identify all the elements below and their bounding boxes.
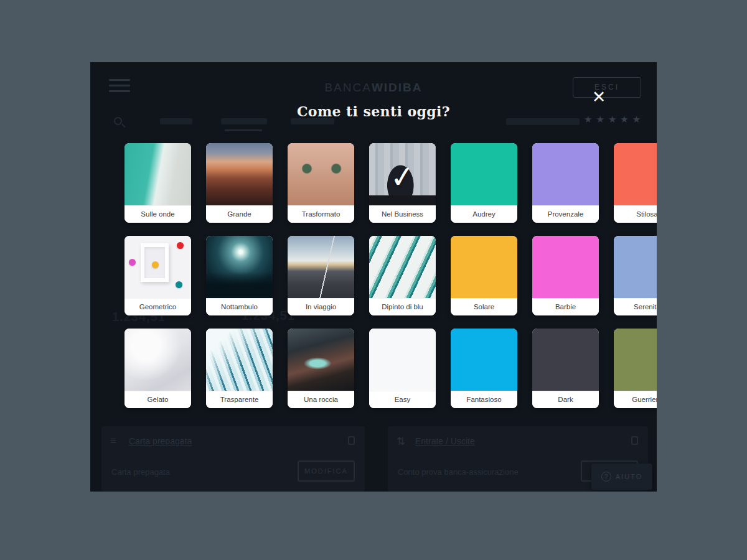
theme-card-provenzale[interactable]: Provenzale	[532, 143, 599, 223]
theme-label: Guerriero	[614, 391, 657, 408]
panel-title: Carta prepagata	[129, 436, 192, 446]
theme-preview-image	[369, 236, 436, 298]
theme-preview-color	[614, 236, 657, 298]
theme-card-serenita[interactable]: Serenità	[614, 236, 657, 315]
theme-label: Dipinto di blu	[369, 298, 436, 315]
panel-row-label: Carta prepagata	[111, 467, 170, 477]
theme-label: In viaggio	[288, 298, 354, 315]
bank-logo: BANCAWIDIBA	[90, 81, 657, 95]
modify-button: MODIFICA	[298, 460, 355, 482]
theme-label: Nel Business	[369, 205, 436, 223]
prepaid-card-panel: ≡ Carta prepagata Carta prepagata MODIFI…	[101, 426, 365, 492]
theme-label: Una roccia	[288, 391, 354, 408]
theme-label: Barbie	[532, 298, 599, 315]
theme-preview-image	[206, 236, 273, 298]
theme-preview-image	[288, 329, 354, 391]
theme-label: Trasformato	[288, 205, 354, 223]
theme-label: Sulle onde	[125, 205, 191, 223]
theme-card-trasformato[interactable]: Trasformato	[288, 143, 354, 223]
sort-arrows-icon: ⇅	[397, 435, 405, 448]
theme-preview-color	[451, 236, 517, 298]
theme-card-nel-business[interactable]: ✓ Nel Business	[369, 143, 436, 223]
theme-label: Gelato	[125, 391, 191, 408]
bank-logo-left: BANCA	[324, 81, 371, 94]
theme-card-sulle-onde[interactable]: Sulle onde	[125, 143, 191, 223]
theme-card-in-viaggio[interactable]: In viaggio	[288, 236, 354, 315]
theme-label: Easy	[369, 391, 436, 408]
panel-title: Entrate / Uscite	[415, 436, 475, 446]
yellow-dot	[152, 261, 159, 268]
theme-label: Provenzale	[532, 205, 599, 223]
theme-label: Geometrico	[125, 298, 191, 315]
teal-dot	[176, 281, 182, 288]
theme-card-geometrico[interactable]: Geometrico	[125, 236, 191, 315]
theme-preview-color	[451, 143, 517, 205]
bank-logo-right: WIDIBA	[372, 81, 423, 94]
active-tab-underline	[225, 129, 262, 131]
pink-dot	[129, 259, 136, 266]
help-label: AIUTO	[616, 473, 642, 480]
theme-card-audrey[interactable]: Audrey	[451, 143, 517, 223]
theme-label: Grande	[206, 205, 273, 223]
theme-label: Dark	[532, 391, 599, 408]
theme-preview-image	[125, 329, 191, 391]
theme-label: Fantasioso	[451, 391, 517, 408]
theme-card-easy[interactable]: Easy	[369, 329, 436, 408]
theme-preview-image	[288, 236, 354, 298]
theme-preview-color	[369, 329, 436, 391]
theme-label: Serenità	[614, 298, 657, 315]
theme-card-dipinto-di-blu[interactable]: Dipinto di blu	[369, 236, 436, 315]
theme-label: Audrey	[451, 205, 517, 223]
theme-label: Nottambulo	[206, 298, 273, 315]
theme-preview-image	[125, 143, 191, 205]
theme-preview-color	[532, 143, 599, 205]
theme-preview-color	[532, 329, 599, 391]
theme-card-guerriero[interactable]: Guerriero	[614, 329, 657, 408]
theme-preview-color	[614, 329, 657, 391]
theme-card-trasparente[interactable]: Trasparente	[206, 329, 273, 408]
theme-preview-color	[614, 143, 657, 205]
theme-label: Stilosa	[614, 205, 657, 223]
panel-action-icon	[348, 436, 355, 445]
theme-preview-image	[206, 329, 273, 391]
card-list-icon: ≡	[110, 435, 116, 447]
theme-preview-image	[288, 143, 354, 205]
panel-row-label: Conto prova banca-assicurazione	[398, 467, 519, 477]
theme-card-fantasioso[interactable]: Fantasioso	[451, 329, 517, 408]
theme-preview-color	[532, 236, 599, 298]
theme-card-solare[interactable]: Solare	[451, 236, 517, 315]
theme-card-dark[interactable]: Dark	[532, 329, 599, 408]
theme-card-una-roccia[interactable]: Una roccia	[288, 329, 354, 408]
theme-card-barbie[interactable]: Barbie	[532, 236, 599, 315]
theme-card-grande[interactable]: Grande	[206, 143, 273, 223]
app-window: BANCAWIDIBA ESCI ★★★★★ 1.234,51 1.234,51…	[90, 62, 657, 492]
panel-action-icon	[631, 436, 638, 445]
red-dot	[177, 242, 184, 249]
theme-grid: Sulle onde Grande Trasformato ✓ Nel Busi…	[125, 143, 657, 408]
theme-card-nottambulo[interactable]: Nottambulo	[206, 236, 273, 315]
modal-title: Come ti senti oggi?	[90, 103, 657, 119]
theme-card-gelato[interactable]: Gelato	[125, 329, 191, 408]
theme-preview-image	[125, 236, 191, 298]
help-chip: ? AIUTO	[591, 464, 652, 490]
theme-preview-image	[206, 143, 273, 205]
theme-label: Trasparente	[206, 391, 273, 408]
question-icon: ?	[601, 472, 611, 482]
close-icon[interactable]: ✕	[588, 86, 610, 108]
theme-card-stilosa[interactable]: Stilosa	[614, 143, 657, 223]
theme-preview-color	[451, 329, 517, 391]
theme-label: Solare	[451, 298, 517, 315]
theme-preview-image	[369, 143, 436, 205]
